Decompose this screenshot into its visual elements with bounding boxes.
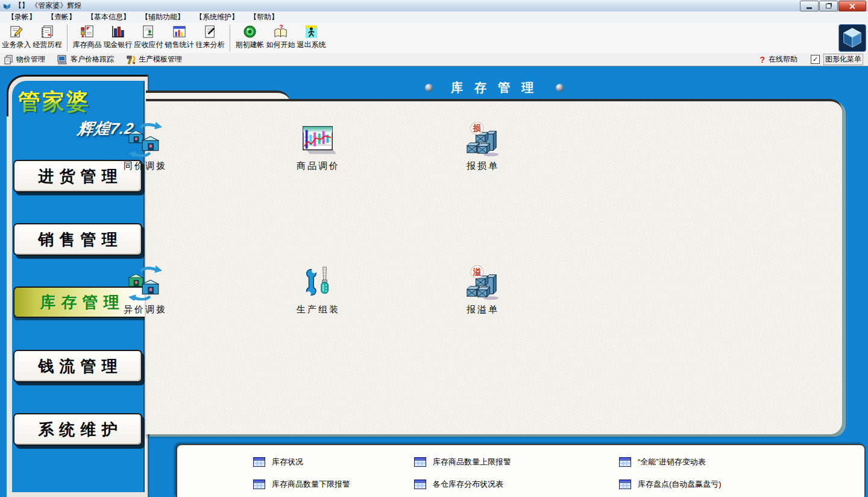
initial-account-button[interactable]: 期初建帐: [234, 23, 265, 53]
table-icon: [253, 480, 265, 489]
menu-item-system-maintain[interactable]: 【系统维护】: [190, 12, 244, 22]
inventory-goods-button[interactable]: 库存商品: [72, 23, 102, 53]
graphic-menu-checkbox[interactable]: ✓: [811, 55, 820, 64]
module-production-assembly[interactable]: 生产组装: [276, 265, 360, 315]
app-icon: [2, 1, 11, 10]
report-link-warehouse-distribution[interactable]: 各仓库存分布状况表: [414, 479, 619, 490]
inventory-goods-icon: [80, 24, 95, 39]
question-icon: ?: [760, 55, 765, 65]
toolbar-button-label: 经营历程: [33, 40, 62, 50]
toolbar2-label: 物价管理: [16, 54, 45, 65]
receivable-payable-button[interactable]: 应收应付: [133, 23, 164, 53]
brand-cube-box: [838, 24, 866, 52]
business-history-icon: [40, 24, 55, 39]
main-area: 管家婆 辉煌7.2 进货管理 销售管理 库存管理 钱流管理 系统维护 库 存 管…: [0, 66, 868, 497]
report-link-stock-status[interactable]: 库存状况: [253, 457, 414, 467]
module-goods-price-adjust[interactable]: 商品调价: [276, 122, 360, 172]
restore-button[interactable]: [819, 1, 838, 11]
report-link-almighty-change-table[interactable]: “全能”进销存变动表: [619, 457, 860, 467]
tools-icon: [126, 55, 136, 65]
table-icon: [414, 480, 426, 489]
sidebar-item-cashflow[interactable]: 钱流管理: [13, 350, 142, 382]
report-link-upper-limit-alarm[interactable]: 库存商品数量上限报警: [414, 457, 619, 467]
toolbar-button-label: 退出系统: [297, 40, 326, 50]
menu-item-record[interactable]: 【录帐】: [2, 12, 42, 22]
titlebar: 【】 《管家婆》辉煌: [0, 0, 868, 12]
table-icon: [414, 457, 426, 467]
toolbar2-label: 生产模板管理: [139, 54, 182, 65]
module-label: 生产组装: [297, 304, 340, 315]
monitor-icon: [57, 55, 68, 65]
report-link-stocktaking[interactable]: 库存盘点(自动盘赢盘亏): [619, 479, 860, 490]
loss-badge-text: 损: [473, 124, 482, 133]
report-link-label: 各仓库存分布状况表: [433, 479, 503, 490]
loss-boxes-icon: 损: [464, 122, 502, 157]
business-entry-icon: [9, 24, 24, 39]
report-link-label: “全能”进销存变动表: [638, 457, 706, 467]
reports-panel: 库存状况 库存商品数量上限报警 “全能”进销存变动表 库存商品数量下限报警 各仓…: [176, 444, 866, 497]
cash-bank-button[interactable]: 现金银行: [102, 23, 133, 53]
module-diff-price-transfer[interactable]: 异价调拨: [103, 265, 187, 315]
window-title: 【】 《管家婆》辉煌: [14, 1, 81, 11]
secondary-toolbar: 物价管理 客户价格跟踪 生产模板管理 ? 在线帮助 ✓ 图形化菜单: [0, 53, 868, 66]
sales-stats-icon: [172, 24, 187, 39]
how-to-start-button[interactable]: ? 如何开始: [265, 23, 296, 53]
module-same-price-transfer[interactable]: 同价调拨: [103, 122, 187, 172]
receivable-payable-icon: [141, 24, 156, 39]
toolbar-button-label: 库存商品: [73, 40, 102, 50]
main-toolbar: 业务录入 经营历程 库存商品 现金银行: [0, 22, 868, 54]
module-label: 异价调拨: [124, 304, 167, 315]
transaction-analysis-button[interactable]: 往来分析: [195, 23, 225, 53]
report-link-label: 库存商品数量上限报警: [433, 457, 511, 467]
toolbar-separator: [67, 25, 68, 51]
menu-item-help[interactable]: 【帮助】: [244, 12, 284, 22]
warehouse-transfer-same-icon: [127, 122, 164, 157]
graphic-menu-label[interactable]: 图形化菜单: [823, 54, 863, 65]
toolbar-button-label: 应收应付: [134, 40, 163, 50]
transaction-analysis-icon: [203, 24, 218, 39]
customer-price-tracking-button[interactable]: 客户价格跟踪: [57, 54, 114, 65]
module-overflow-report[interactable]: 溢 报溢单: [441, 265, 525, 315]
sidebar-item-system[interactable]: 系统维护: [13, 413, 142, 446]
report-link-label: 库存商品数量下限报警: [272, 479, 350, 490]
close-button[interactable]: [838, 1, 866, 11]
overflow-badge-text: 溢: [473, 267, 482, 276]
table-icon: [619, 457, 631, 467]
exit-system-icon: [304, 24, 319, 39]
brand-cube-icon: [841, 27, 864, 49]
warehouse-transfer-diff-icon: [127, 265, 164, 300]
table-icon: [253, 457, 265, 467]
business-history-button[interactable]: 经营历程: [32, 23, 63, 53]
report-link-label: 库存盘点(自动盘赢盘亏): [638, 479, 722, 490]
menu-item-basic-info[interactable]: 【基本信息】: [81, 12, 136, 22]
online-help-button[interactable]: 在线帮助: [769, 54, 797, 65]
how-to-start-icon: ?: [273, 24, 288, 39]
menu-item-query[interactable]: 【查帐】: [42, 12, 81, 22]
report-link-lower-limit-alarm[interactable]: 库存商品数量下限报警: [253, 479, 414, 490]
exit-system-button[interactable]: 退出系统: [296, 23, 327, 53]
toolbar-button-label: 现金银行: [104, 40, 133, 50]
sidebar-item-sales[interactable]: 销售管理: [13, 223, 142, 256]
report-link-label: 库存状况: [272, 457, 303, 467]
overflow-boxes-icon: 溢: [464, 265, 502, 300]
business-entry-button[interactable]: 业务录入: [1, 23, 32, 53]
toolbar-button-label: 如何开始: [266, 40, 295, 50]
menu-item-auxiliary[interactable]: 【辅助功能】: [136, 12, 190, 22]
cash-bank-icon: [110, 24, 125, 39]
module-label: 报溢单: [467, 304, 499, 315]
price-chart-icon: [300, 122, 337, 157]
minimize-button[interactable]: [800, 1, 819, 11]
price-management-button[interactable]: 物价管理: [4, 54, 45, 65]
initial-account-icon: [242, 24, 257, 39]
sphere-icon: [425, 84, 433, 92]
page-title: 库 存 管 理: [451, 80, 538, 96]
module-loss-report[interactable]: 损 报损单: [441, 122, 525, 172]
production-template-button[interactable]: 生产模板管理: [126, 54, 182, 65]
close-icon: [849, 3, 855, 9]
documents-icon: [4, 55, 13, 65]
module-label: 商品调价: [297, 160, 340, 172]
toolbar2-label: 客户价格跟踪: [71, 54, 114, 65]
sales-stats-button[interactable]: 销售统计: [164, 23, 195, 53]
toolbar-button-label: 往来分析: [196, 40, 225, 50]
table-icon: [619, 480, 631, 489]
